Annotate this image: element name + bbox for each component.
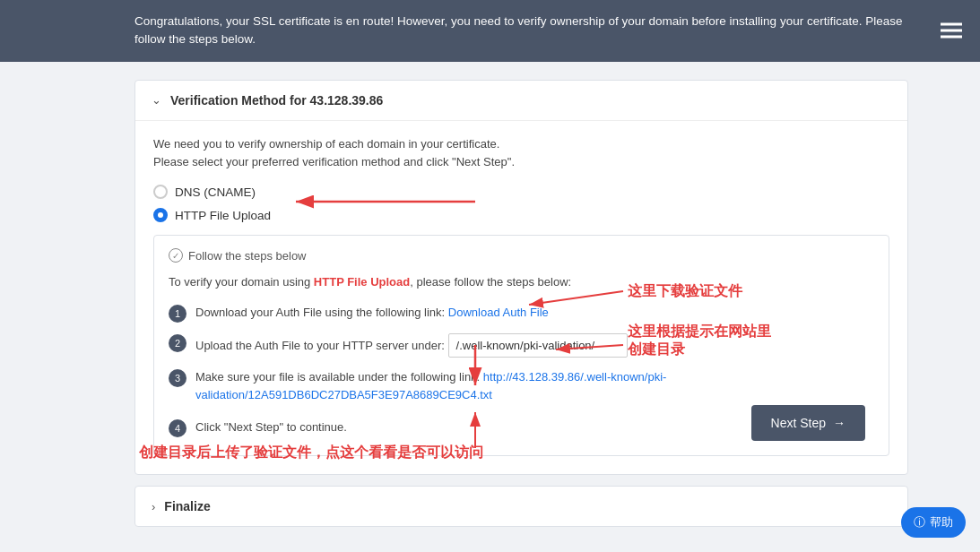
- steps-area: ✓ Follow the steps below To verify your …: [153, 235, 889, 456]
- step2-path-input[interactable]: /.well-known/pki-validation/: [448, 333, 628, 358]
- finalize-header[interactable]: › Finalize: [135, 487, 907, 526]
- step-1: 1 Download your Auth File using the foll…: [169, 304, 874, 323]
- verification-body: We need you to verify ownership of each …: [135, 121, 907, 475]
- radio-http-circle: [153, 208, 168, 222]
- top-banner: Congratulations, your SSL certificate is…: [0, 0, 980, 62]
- next-step-label: Next Step: [771, 416, 826, 430]
- help-button[interactable]: ⓘ 帮助: [901, 507, 966, 538]
- steps-box: ✓ Follow the steps below To verify your …: [153, 235, 889, 456]
- verification-header[interactable]: ⌄ Verification Method for 43.128.39.86: [135, 81, 907, 121]
- download-auth-link[interactable]: Download Auth File: [448, 306, 549, 319]
- step-3-number: 3: [169, 369, 186, 387]
- intro-text: We need you to verify ownership of each …: [153, 135, 889, 173]
- radio-dns-label: DNS (CNAME): [175, 185, 256, 199]
- arrow-right-icon: →: [833, 416, 846, 430]
- step-3-content: Make sure your file is available under t…: [195, 368, 874, 403]
- steps-intro-method: HTTP File Upload: [314, 275, 410, 289]
- steps-header-label: Follow the steps below: [188, 249, 307, 263]
- page-wrapper: Congratulations, your SSL certificate is…: [0, 0, 980, 552]
- radio-dns-circle: [153, 185, 168, 199]
- banner-menu-icon: [941, 23, 962, 39]
- intro-line2: Please select your preferred verificatio…: [153, 155, 515, 168]
- finalize-title: Finalize: [164, 499, 210, 513]
- step1-prefix: Download your Auth File using the follow…: [195, 306, 448, 319]
- step-2: 2 Upload the Auth File to your HTTP serv…: [169, 333, 874, 358]
- steps-intro-prefix: To verify your domain using: [169, 275, 314, 289]
- main-content: ⌄ Verification Method for 43.128.39.86 W…: [0, 62, 980, 546]
- step3-prefix: Make sure your file is available under t…: [195, 370, 483, 384]
- step-list: 1 Download your Auth File using the foll…: [169, 304, 874, 442]
- next-step-button[interactable]: Next Step →: [751, 405, 865, 441]
- steps-box-header: ✓ Follow the steps below: [169, 248, 874, 263]
- help-icon: ⓘ: [914, 514, 925, 530]
- finalize-section: › Finalize: [134, 486, 908, 527]
- step-4-content: Click "Next Step" to continue.: [195, 418, 742, 436]
- chevron-right-icon: ›: [152, 500, 155, 513]
- radio-dns[interactable]: DNS (CNAME): [153, 185, 889, 199]
- check-circle-icon: ✓: [169, 248, 183, 263]
- chevron-down-icon: ⌄: [152, 93, 161, 107]
- radio-http[interactable]: HTTP File Upload: [153, 208, 889, 222]
- steps-intro: To verify your domain using HTTP File Up…: [169, 273, 874, 291]
- step-2-content: Upload the Auth File to your HTTP server…: [195, 333, 874, 358]
- verification-section: ⌄ Verification Method for 43.128.39.86 W…: [134, 80, 908, 476]
- step-1-number: 1: [169, 305, 186, 323]
- steps-intro-suffix: , please follow the steps below:: [410, 275, 571, 289]
- radio-group: DNS (CNAME) HTTP File Upload: [153, 185, 889, 222]
- radio-http-label: HTTP File Upload: [175, 209, 271, 222]
- step-2-number: 2: [169, 334, 186, 352]
- verification-title: Verification Method for 43.128.39.86: [170, 93, 383, 108]
- step-4: 4 Click "Next Step" to continue. Next St…: [169, 414, 874, 441]
- step-3: 3 Make sure your file is available under…: [169, 368, 874, 403]
- step-4-number: 4: [169, 419, 186, 437]
- banner-text: Congratulations, your SSL certificate is…: [134, 14, 902, 46]
- help-label: 帮助: [930, 514, 953, 530]
- step-1-content: Download your Auth File using the follow…: [195, 304, 874, 322]
- intro-line1: We need you to verify ownership of each …: [153, 137, 499, 151]
- step2-prefix: Upload the Auth File to your HTTP server…: [195, 339, 448, 352]
